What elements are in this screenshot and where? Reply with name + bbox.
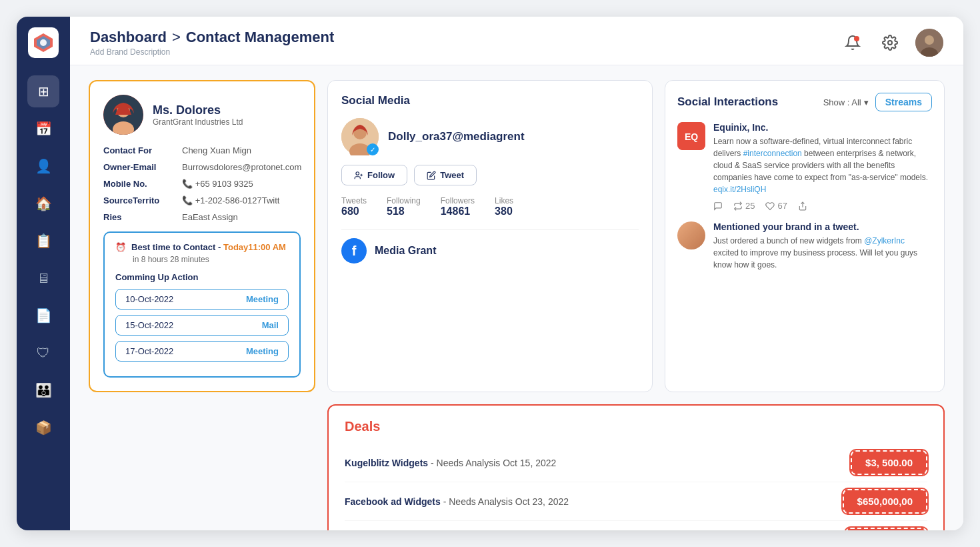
likes-stat: Likes 380 bbox=[495, 196, 513, 217]
equinix-like[interactable]: 67 bbox=[765, 201, 787, 211]
owner-email-value: Burrowsdolores@protonet.com bbox=[182, 162, 301, 172]
twitter-handle: Dolly_ora37@mediagrent bbox=[388, 130, 525, 143]
sidebar-item-cards[interactable]: 👪 bbox=[27, 374, 59, 406]
monitor-icon: 🖥 bbox=[37, 271, 50, 286]
source-label: SourceTerrito bbox=[103, 195, 177, 205]
social-media-card: Social Media ✓ Dolly_or bbox=[327, 80, 653, 392]
follow-button[interactable]: Follow bbox=[341, 165, 407, 185]
coming-up-label: Comming Up Action bbox=[115, 272, 289, 282]
sidebar-item-monitor[interactable]: 🖥 bbox=[27, 262, 59, 294]
followers-stat: Followers 14861 bbox=[441, 196, 475, 217]
svg-point-14 bbox=[356, 171, 359, 175]
breadcrumb-dashboard[interactable]: Dashboard bbox=[90, 29, 167, 46]
social-interactions-header: Social Interactions Show : All ▾ Streams bbox=[677, 93, 932, 111]
sidebar-item-home[interactable]: 🏠 bbox=[27, 187, 59, 219]
package-icon: 📦 bbox=[35, 420, 52, 436]
contact-details: Contact For Cheng Xuan Mign Owner-Email … bbox=[103, 145, 301, 222]
zylkerinc-link[interactable]: @ZylkerInc bbox=[864, 236, 905, 245]
deal-stage-0: Needs Analysis bbox=[437, 458, 501, 468]
sidebar-item-security[interactable]: 🛡 bbox=[27, 337, 59, 369]
equinix-company: Equinix, Inc. bbox=[713, 122, 932, 133]
sidebar-item-packages[interactable]: 📦 bbox=[27, 412, 59, 444]
equinix-retweet[interactable]: 25 bbox=[733, 201, 755, 211]
equinix-link2[interactable]: eqix.it/2HsliQH bbox=[713, 185, 766, 194]
chevron-down-icon: ▾ bbox=[864, 97, 869, 107]
facebook-name: Media Grant bbox=[375, 245, 436, 257]
deal-dash-0: - bbox=[431, 458, 437, 468]
equinix-text: Learn now a software-defined, virtual in… bbox=[713, 135, 932, 195]
deal-date-1: Oct 23, 2022 bbox=[515, 496, 569, 507]
equinix-actions: 25 67 bbox=[713, 201, 932, 211]
likes-label: Likes bbox=[495, 196, 513, 205]
deal-dash-1: - bbox=[443, 496, 449, 507]
svg-point-6 bbox=[925, 35, 934, 45]
share-icon bbox=[798, 201, 807, 211]
sidebar-item-dashboard[interactable]: ⊞ bbox=[27, 75, 59, 107]
best-time-highlight: Today11:00 AM bbox=[223, 242, 286, 252]
deal-info-1: Facebook ad Widgets - Needs Analysis Oct… bbox=[345, 496, 569, 507]
contact-info-header: Ms. Dolores GrantGrant Industries Ltd bbox=[153, 103, 243, 127]
reports-icon: 📋 bbox=[35, 233, 52, 249]
deals-card: Deals Kugelblitz Widgets - Needs Analysi… bbox=[327, 404, 945, 530]
user-avatar[interactable] bbox=[915, 29, 943, 57]
equinix-logo: EQ bbox=[677, 122, 705, 150]
contact-header: Ms. Dolores GrantGrant Industries Ltd bbox=[103, 95, 301, 135]
following-value: 518 bbox=[387, 205, 405, 217]
action-row-1: 15-Oct-2022 Mail bbox=[115, 315, 289, 336]
action-type-1: Mail bbox=[262, 320, 279, 330]
source-value: 📞 +1-202-586-0127Twitt bbox=[182, 195, 279, 205]
svg-text:EQ: EQ bbox=[685, 131, 698, 142]
content-area: Ms. Dolores GrantGrant Industries Ltd Co… bbox=[70, 65, 963, 530]
social-interactions-controls: Show : All ▾ Streams bbox=[823, 93, 932, 111]
facebook-row: f Media Grant bbox=[341, 229, 639, 271]
svg-point-3 bbox=[854, 36, 859, 41]
equinix-reply[interactable] bbox=[713, 201, 723, 211]
deal-row-1: Facebook ad Widgets - Needs Analysis Oct… bbox=[345, 482, 927, 521]
best-time-header: ⏰ Best time to Contact - Today11:00 AM bbox=[115, 242, 289, 252]
sidebar-item-invoices[interactable]: 📄 bbox=[27, 300, 59, 332]
action-date-2: 17-Oct-2022 bbox=[125, 346, 173, 356]
mobile-row: Mobile No. 📞 +65 9103 9325 bbox=[103, 179, 301, 189]
owner-email-label: Owner-Email bbox=[103, 162, 177, 172]
ries-row: Ries EaEast Assign bbox=[103, 212, 301, 222]
app-logo[interactable] bbox=[28, 27, 59, 58]
sidebar-item-reports[interactable]: 📋 bbox=[27, 225, 59, 257]
social-interactions-title: Social Interactions bbox=[677, 95, 778, 109]
streams-button[interactable]: Streams bbox=[875, 93, 932, 111]
action-type-0: Meeting bbox=[246, 294, 279, 304]
tweets-label: Tweets bbox=[341, 196, 367, 205]
equinix-link1[interactable]: #interconnection bbox=[743, 149, 802, 158]
sidebar-item-calendar[interactable]: 📅 bbox=[27, 113, 59, 145]
deal-name-1: Facebook ad Widgets bbox=[345, 496, 441, 507]
action-date-0: 10-Oct-2022 bbox=[125, 294, 173, 304]
deal-row-2: Stock Monitor Deal - Negotiation/Review … bbox=[345, 521, 927, 530]
owner-email-row: Owner-Email Burrowsdolores@protonet.com bbox=[103, 162, 301, 172]
equinix-content: Equinix, Inc. Learn now a software-defin… bbox=[713, 122, 932, 211]
breadcrumb-subtitle: Contact Management bbox=[186, 29, 334, 46]
likes-value: 380 bbox=[495, 205, 513, 217]
sidebar-item-contacts[interactable]: 👤 bbox=[27, 150, 59, 182]
deal-amount-1: $650,000,00 bbox=[843, 489, 927, 514]
clock-icon: ⏰ bbox=[115, 242, 126, 252]
shield-icon: 🛡 bbox=[37, 346, 50, 361]
deal-row-0: Kugelblitz Widgets - Needs Analysis Oct … bbox=[345, 444, 927, 482]
deal-amount-0: $3, 500.00 bbox=[851, 450, 927, 475]
invoices-icon: 📄 bbox=[35, 308, 52, 324]
show-all-dropdown[interactable]: Show : All ▾ bbox=[823, 97, 869, 107]
retweet-count: 25 bbox=[745, 201, 755, 211]
tweet-button[interactable]: Tweet bbox=[414, 165, 477, 185]
best-time-label: Best time to Contact - Today11:00 AM bbox=[131, 242, 286, 252]
dashboard-icon: ⊞ bbox=[38, 83, 49, 99]
action-row-2: 17-Oct-2022 Meeting bbox=[115, 341, 289, 362]
equinix-share[interactable] bbox=[798, 201, 807, 211]
interaction-item-equinix: EQ Equinix, Inc. Learn now a software-de… bbox=[677, 122, 932, 211]
deal-name-0: Kugelblitz Widgets bbox=[345, 458, 428, 468]
mobile-value: 📞 +65 9103 9325 bbox=[182, 179, 253, 189]
breadcrumb: Dashboard > Contact Management bbox=[90, 29, 334, 46]
heart-icon bbox=[765, 201, 775, 211]
settings-button[interactable] bbox=[878, 31, 902, 55]
following-label: Following bbox=[387, 196, 421, 205]
twitter-profile: ✓ Dolly_ora37@mediagrent bbox=[341, 118, 639, 155]
notification-button[interactable] bbox=[841, 31, 865, 55]
mention-name: Mentioned your brand in a tweet. bbox=[713, 221, 932, 232]
